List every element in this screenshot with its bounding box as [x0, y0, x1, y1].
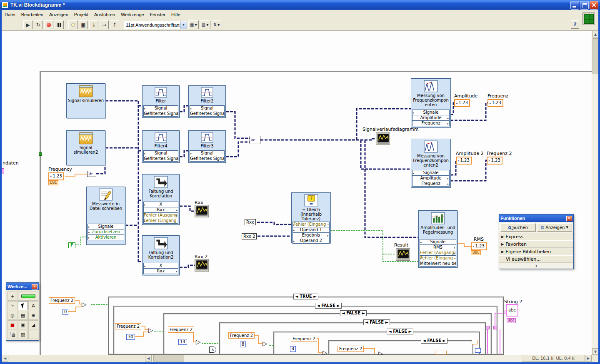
- close-icon[interactable]: ×: [32, 284, 38, 289]
- select-node[interactable]: [472, 340, 478, 344]
- horizontal-scroll-track[interactable]: [152, 355, 522, 362]
- restore-button[interactable]: [580, 1, 589, 10]
- copy-color-tool-button[interactable]: ◢: [28, 320, 38, 329]
- terminal-row[interactable]: Aktivieren: [88, 234, 124, 240]
- compare-node[interactable]: ▷: [82, 302, 87, 308]
- terminal-row[interactable]: Rxx: [143, 268, 178, 274]
- terminal-row[interactable]: Ergebnis: [292, 232, 330, 238]
- retain-wire-values-button[interactable]: ▣: [79, 20, 88, 29]
- distribute-objects-dropdown[interactable]: ▥▼: [200, 20, 210, 29]
- horizontal-scrollbar[interactable]: ◀ ◀ DL: 16,1 k UL: 0,4 k ▶: [2, 355, 598, 362]
- terminal-row[interactable]: Fehler (Eingang -: [292, 222, 330, 227]
- waveform-chart-icon[interactable]: [376, 132, 390, 145]
- shortcut-menu-tool-button[interactable]: ▤: [18, 311, 28, 320]
- menu-ausfuehren[interactable]: Ausführen: [91, 11, 118, 18]
- terminal-row[interactable]: Fehler (Eingang -: [420, 255, 456, 261]
- waveform-graph-icon[interactable]: [396, 248, 410, 261]
- numeric-constant[interactable]: 30: [126, 334, 135, 340]
- menu-bearbeiten[interactable]: Bearbeiten: [18, 11, 46, 18]
- block-diagram-canvas[interactable]: ? =: [2, 31, 592, 355]
- terminal-row[interactable]: Gefiltertes Signal: [143, 156, 178, 162]
- express-vi-filter3[interactable]: Filter3 Signal Gefiltertes Signal: [188, 130, 226, 163]
- abort-button[interactable]: [44, 20, 53, 29]
- frequenz2-indicator[interactable]: Frequenz 2 1.23: [487, 151, 512, 165]
- express-vi-filter[interactable]: Filter Signal Gefiltertes Signal: [142, 85, 180, 118]
- scroll-right-button[interactable]: ▶: [585, 355, 592, 362]
- amplitude2-indicator[interactable]: Amplitude 2 1.23: [456, 151, 484, 165]
- compare-node[interactable]: ▷: [262, 341, 268, 347]
- scroll-up-button[interactable]: ▲: [592, 31, 599, 37]
- wire-tool-button[interactable]: ◎: [8, 311, 18, 320]
- express-vi-signal-simulieren[interactable]: Signal simulieren: [66, 83, 105, 118]
- step-out-button[interactable]: ↑: [110, 20, 119, 29]
- local-frequenz2[interactable]: Frequenz 2: [168, 327, 194, 333]
- numeric-constant[interactable]: 14: [178, 339, 187, 345]
- terminal-row[interactable]: Mittelwert neu bei: [420, 261, 456, 267]
- express-vi-messung-frequenzkomponenten[interactable]: Messung von Frequenzkomponenten Signale …: [411, 78, 451, 127]
- run-continuous-button[interactable]: ↻: [34, 20, 43, 29]
- terminal-row[interactable]: Fehler (Ausgang): [420, 250, 456, 256]
- local-variable-rxx[interactable]: Rxx: [245, 219, 256, 225]
- palette-category-favoriten[interactable]: ▶ Favoriten: [499, 240, 573, 248]
- express-vi-signal-simulieren2[interactable]: Signal simulieren2: [66, 130, 105, 165]
- terminal-row[interactable]: Signal: [143, 105, 178, 111]
- terminal-row[interactable]: X: [143, 263, 178, 269]
- context-help-button[interactable]: ?: [571, 20, 579, 29]
- terminal-row[interactable]: Frequenz: [412, 120, 450, 126]
- terminal-row[interactable]: Fehler (Ausgang): [143, 212, 178, 218]
- terminal-row[interactable]: Gefiltertes Signal: [190, 156, 225, 162]
- run-button[interactable]: ▶: [23, 20, 32, 29]
- scroll-left-button[interactable]: ◀: [145, 355, 152, 362]
- set-color-tool-button[interactable]: [8, 330, 18, 339]
- expand-palette-chevron[interactable]: »: [499, 263, 573, 269]
- compare-node[interactable]: ▷: [196, 339, 201, 345]
- close-icon[interactable]: ×: [566, 216, 572, 221]
- terminal-row[interactable]: Gefiltertes Signal: [190, 111, 225, 117]
- frequenz-indicator[interactable]: Frequenz 1.23: [488, 93, 508, 107]
- terminal-row[interactable]: Operand 2: [292, 238, 330, 244]
- step-over-button[interactable]: →: [100, 20, 109, 29]
- scroll-down-button[interactable]: ▼: [592, 348, 599, 355]
- compare-node[interactable]: ▷: [378, 351, 383, 355]
- express-vi-faltung-korrelation[interactable]: Faltung und Korrelation X Rxx Fehler (Au…: [142, 174, 180, 225]
- title-bar[interactable]: TK.vi Blockdiagramm *: [0, 0, 600, 10]
- position-tool-button[interactable]: [18, 301, 28, 310]
- terminal-row[interactable]: Signal: [143, 150, 178, 156]
- string2-indicator[interactable]: abc: [506, 304, 518, 317]
- express-vi-filter4[interactable]: Filter4 Signal Gefiltertes Signal: [142, 130, 180, 163]
- menu-projekt[interactable]: Projekt: [71, 11, 91, 18]
- view-button[interactable]: ▤ Anzeigen ▼: [537, 223, 572, 232]
- palette-category-express[interactable]: ▶ Express: [499, 233, 573, 240]
- select-node[interactable]: [475, 348, 481, 353]
- menu-hilfe[interactable]: Hilfe: [168, 11, 183, 18]
- express-vi-messwerte-schreiben[interactable]: Messwerte in Datei schreiben Signale Zur…: [86, 187, 125, 245]
- numeric-constant[interactable]: 4: [290, 346, 296, 352]
- pause-button[interactable]: [55, 20, 64, 29]
- case-selector[interactable]: ◄ FALSE ►: [421, 338, 448, 344]
- express-vi-filter2[interactable]: Filter2 Signal Gefiltertes Signal: [188, 85, 226, 118]
- vertical-scrollbar[interactable]: ▲ ▼: [592, 31, 598, 355]
- terminal-row[interactable]: Gefiltertes Signal: [143, 111, 178, 117]
- breakpoint-tool-button[interactable]: ■: [8, 320, 18, 329]
- tools-palette-titlebar[interactable]: Werkze... ×: [6, 283, 39, 290]
- local-frequenz2[interactable]: Frequenz 2: [338, 346, 364, 352]
- minimize-button[interactable]: [570, 1, 579, 10]
- edit-text-tool-button[interactable]: A: [28, 301, 38, 310]
- auto-tool-button[interactable]: +: [8, 292, 18, 301]
- local-frequenz2[interactable]: Frequenz 2: [291, 336, 317, 342]
- case-selector[interactable]: ◄ TRUE ►: [293, 294, 318, 299]
- terminal-row[interactable]: Amplitude: [412, 175, 450, 181]
- highlight-execution-button[interactable]: [68, 20, 78, 29]
- pane-scroll-left-button[interactable]: ◀: [2, 355, 8, 362]
- express-vi-faltung-korrelation2[interactable]: Faltung und Korrelation2 X Rxx: [142, 235, 180, 275]
- waveform-graph-icon[interactable]: [195, 205, 209, 217]
- vertical-scroll-thumb[interactable]: [592, 38, 598, 74]
- terminal-row[interactable]: Signale: [420, 239, 456, 245]
- terminal-row[interactable]: X: [143, 202, 178, 207]
- string-tunnel[interactable]: [486, 326, 490, 329]
- compare-node[interactable]: ▷: [322, 350, 328, 355]
- terminal-row[interactable]: Zurücksetzen: [88, 229, 124, 235]
- terminal-row[interactable]: Signale: [412, 170, 450, 176]
- rms-indicator[interactable]: RMS 1.23 DBL: [471, 237, 487, 255]
- terminal-row[interactable]: Rxx: [143, 207, 178, 213]
